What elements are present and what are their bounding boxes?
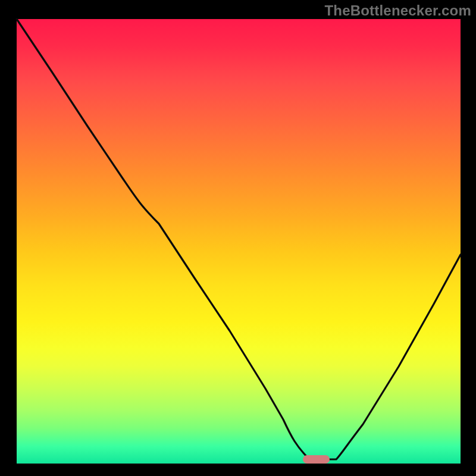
curve-layer [17, 19, 461, 464]
chart-root: TheBottlenecker.com [0, 0, 476, 476]
bottleneck-curve [17, 19, 461, 463]
optimal-marker [303, 455, 330, 464]
watermark: TheBottlenecker.com [324, 2, 471, 19]
plot-area [17, 19, 461, 464]
x-axis-baseline [17, 464, 461, 465]
